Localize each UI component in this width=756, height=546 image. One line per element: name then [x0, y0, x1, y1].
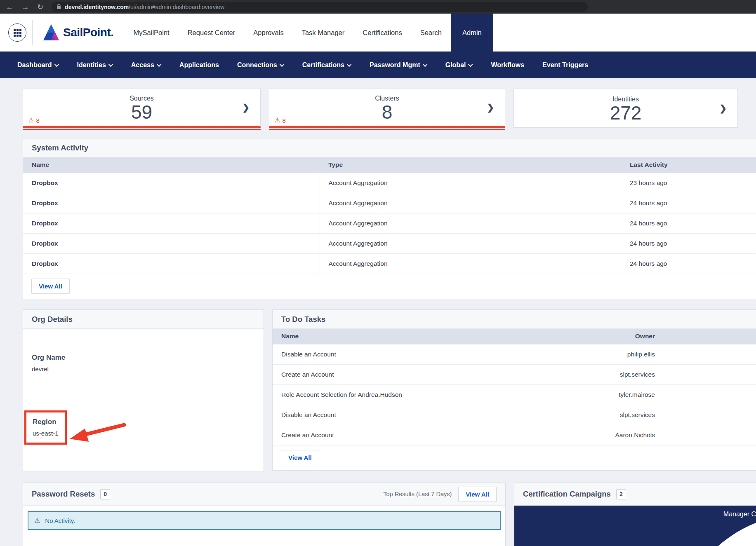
chevron-down-icon: [423, 62, 427, 66]
column-type[interactable]: Type: [320, 157, 621, 173]
chevron-down-icon: [108, 62, 113, 66]
todo-tasks-title: To Do Tasks: [281, 315, 325, 324]
table-row[interactable]: Disable an Account slpt.services: [273, 405, 756, 425]
password-resets-header: Password Resets 0 Top Results (Last 7 Da…: [23, 483, 505, 506]
url-path: /ui/admin#admin:dashboard:overview: [129, 4, 224, 10]
certification-campaigns-title: Certification Campaigns: [523, 490, 611, 499]
sources-warning-count: 8: [36, 117, 39, 124]
password-resets-count-badge: 0: [100, 489, 110, 499]
top-nav-mysailpoint[interactable]: MySailPoint: [125, 14, 179, 52]
subnav-applications[interactable]: Applications: [170, 61, 228, 69]
warning-icon: ⚠: [275, 117, 280, 124]
top-results-label: Top Results (Last 7 Days): [383, 491, 452, 497]
region-value: us-east-1: [33, 430, 59, 437]
org-details-header: Org Details: [23, 310, 264, 329]
identitynow-admin-dashboard: ← → ↻ devrel.identitynow.com/ui/admin#ad…: [0, 0, 756, 546]
subnav-workflows[interactable]: Workflows: [482, 61, 533, 69]
top-nav-approvals[interactable]: Approvals: [244, 14, 292, 52]
table-header-row: Name Type Last Activity: [23, 157, 756, 173]
table-row[interactable]: Dropbox Account Aggregation 23 hours ago: [23, 173, 756, 193]
password-resets-section: Password Resets 0 Top Results (Last 7 Da…: [23, 483, 506, 546]
browser-back-icon[interactable]: ←: [6, 3, 13, 11]
identities-value: 272: [610, 103, 642, 123]
system-activity-table: Name Type Last Activity Dropbox Account …: [23, 157, 756, 274]
identities-card[interactable]: Identities 272 ❯: [513, 89, 738, 128]
clusters-card[interactable]: Clusters 8 ❯ ⚠ 8: [269, 89, 505, 128]
chevron-right-icon[interactable]: ❯: [719, 103, 727, 113]
bottom-row: Password Resets 0 Top Results (Last 7 Da…: [23, 483, 756, 546]
table-row[interactable]: Dropbox Account Aggregation 24 hours ago: [23, 193, 756, 213]
url-text: devrel.identitynow.com/ui/admin#admin:da…: [65, 4, 224, 10]
certification-campaigns-section: Certification Campaigns 2 Manager C: [514, 483, 756, 546]
middle-row: Org Details Org Name devrel Region us-ea…: [23, 309, 756, 471]
admin-sub-navigation: Dashboard Identities Access Applications…: [0, 52, 756, 78]
chevron-down-icon: [157, 62, 161, 66]
subnav-connections[interactable]: Connections: [228, 61, 293, 69]
top-nav-certifications[interactable]: Certifications: [353, 14, 411, 52]
subnav-event-triggers[interactable]: Event Triggers: [533, 61, 597, 69]
subnav-global[interactable]: Global: [436, 61, 482, 69]
region-annotation-box: Region us-east-1: [24, 410, 67, 445]
subnav-identities[interactable]: Identities: [68, 61, 122, 69]
column-name[interactable]: Name: [23, 157, 320, 173]
campaign-name-label: Manager C: [723, 511, 756, 518]
chevron-right-icon[interactable]: ❯: [242, 103, 250, 112]
browser-toolbar: ← → ↻ devrel.identitynow.com/ui/admin#ad…: [0, 0, 756, 14]
todo-tasks-view-all-button[interactable]: View All: [281, 450, 319, 465]
table-row[interactable]: Dropbox Account Aggregation 24 hours ago: [23, 213, 756, 233]
table-row[interactable]: Create an Account slpt.services: [273, 364, 756, 384]
certification-campaigns-count-badge: 2: [616, 489, 626, 499]
lock-icon: [57, 4, 61, 9]
subnav-certifications[interactable]: Certifications: [293, 61, 360, 69]
chevron-down-icon: [280, 62, 284, 66]
password-resets-view-all-button[interactable]: View All: [458, 487, 497, 502]
column-name[interactable]: Name: [273, 329, 615, 344]
todo-tasks-footer: View All: [273, 445, 756, 470]
sources-value: 59: [131, 102, 152, 122]
table-row[interactable]: Dropbox Account Aggregation 24 hours ago: [23, 253, 756, 274]
stat-cards-row: Sources 59 ❯ ⚠ 8 Clusters 8 ❯ ⚠ 8 Identi…: [0, 78, 756, 128]
browser-forward-icon[interactable]: →: [21, 3, 29, 11]
app-launcher-button[interactable]: [8, 23, 26, 42]
system-activity-view-all-button[interactable]: View All: [31, 279, 70, 294]
sailpoint-sail-icon: [42, 24, 60, 41]
certification-campaigns-header: Certification Campaigns 2: [514, 483, 756, 506]
table-row[interactable]: Dropbox Account Aggregation 24 hours ago: [23, 233, 756, 253]
chevron-down-icon: [54, 62, 59, 66]
url-domain: devrel.identitynow.com: [65, 4, 129, 10]
clusters-value: 8: [382, 102, 393, 122]
todo-tasks-header: To Do Tasks: [273, 310, 756, 329]
chevron-right-icon[interactable]: ❯: [487, 103, 494, 112]
table-row[interactable]: Disable an Account philip.ellis: [273, 344, 756, 364]
info-warning-icon: ⚠: [34, 517, 40, 525]
system-activity-header: System Activity: [23, 138, 756, 157]
org-name-label: Org Name: [32, 354, 255, 362]
browser-reload-icon[interactable]: ↻: [37, 3, 43, 11]
sources-card[interactable]: Sources 59 ❯ ⚠ 8: [23, 89, 261, 128]
column-owner[interactable]: Owner: [615, 329, 756, 344]
subnav-access[interactable]: Access: [122, 61, 170, 69]
divider: [32, 20, 33, 45]
address-bar[interactable]: devrel.identitynow.com/ui/admin#admin:da…: [52, 2, 588, 12]
top-nav-search[interactable]: Search: [411, 14, 451, 52]
subnav-password-mgmt[interactable]: Password Mgmt: [360, 61, 436, 69]
top-nav-admin-active[interactable]: Admin: [451, 14, 493, 52]
org-details-section: Org Details Org Name devrel Region us-ea…: [23, 309, 264, 471]
grid-icon: [14, 29, 21, 37]
top-nav-request-center[interactable]: Request Center: [179, 14, 245, 52]
top-nav-task-manager[interactable]: Task Manager: [293, 14, 354, 52]
table-row[interactable]: Create an Account Aaron.Nichols: [273, 425, 756, 445]
sailpoint-wordmark: SailPoint.: [63, 26, 114, 39]
clusters-warning-badge: ⚠ 8: [275, 117, 286, 124]
system-activity-title: System Activity: [32, 143, 88, 152]
org-name-value: devrel: [32, 366, 255, 373]
no-activity-alert: ⚠ No Activity.: [28, 511, 501, 530]
sailpoint-logo[interactable]: SailPoint.: [37, 14, 125, 52]
sources-warning-badge: ⚠ 8: [28, 117, 40, 124]
subnav-dashboard[interactable]: Dashboard: [8, 61, 68, 69]
chevron-down-icon: [468, 62, 473, 66]
password-resets-title: Password Resets: [32, 490, 95, 499]
table-row[interactable]: Role Account Selection for Andrea.Hudson…: [273, 384, 756, 405]
column-last-activity[interactable]: Last Activity: [621, 157, 756, 173]
no-activity-message: No Activity.: [45, 517, 75, 524]
